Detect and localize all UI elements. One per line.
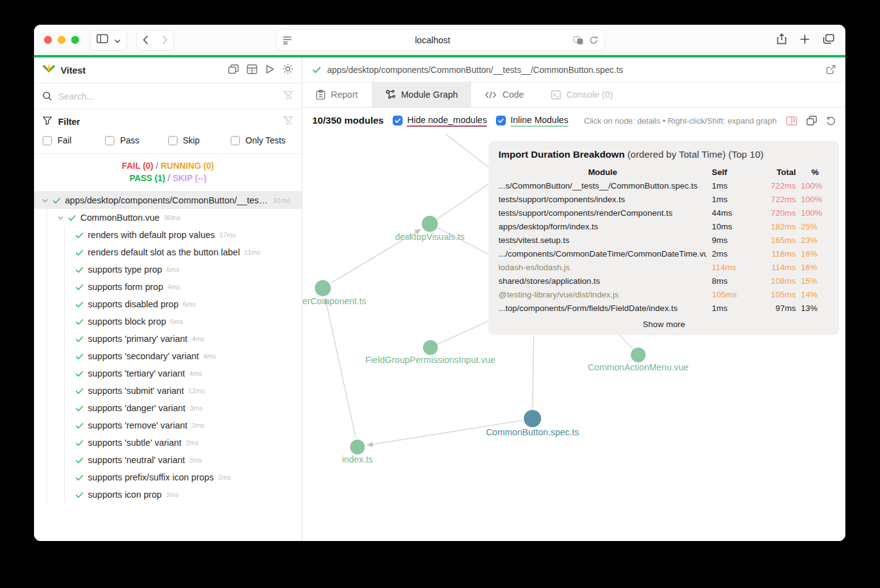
tab-console-0-[interactable]: Console (0) — [537, 82, 626, 107]
test-row[interactable]: supports 'danger' variant3ms — [65, 399, 302, 417]
filter-option-only-tests[interactable]: Only Tests — [231, 135, 293, 145]
report-icon — [316, 90, 325, 100]
test-row[interactable]: supports form prop4ms — [65, 278, 302, 296]
tab-module-graph[interactable]: Module Graph — [372, 82, 472, 107]
maximize-window-button[interactable] — [71, 36, 79, 44]
browser-tab-bar: localhost — [34, 25, 845, 55]
test-row[interactable]: supports 'neutral' variant3ms — [65, 451, 302, 469]
unchecked-checkbox-icon[interactable] — [168, 136, 177, 145]
tab-label: Code — [502, 90, 524, 100]
module-node[interactable] — [315, 280, 331, 296]
inline-modules-toggle[interactable]: Inline Modules — [496, 115, 568, 127]
test-row[interactable]: supports 'secondary' variant4ms — [65, 347, 302, 365]
pass-check-icon — [75, 405, 83, 412]
pass-check-icon — [75, 284, 83, 291]
browser-sidebar-icon[interactable] — [96, 34, 108, 46]
run-summary: FAIL (0) / RUNNING (0) PASS (1) / SKIP (… — [34, 154, 302, 192]
code-icon — [485, 91, 497, 99]
test-row[interactable]: supports 'primary' variant4ms — [65, 330, 302, 347]
module-graph-canvas[interactable]: desktopVisuals.tserComponent.tsFieldGrou… — [302, 134, 845, 541]
self-time: 8ms — [712, 275, 748, 288]
tab-code[interactable]: Code — [471, 82, 537, 107]
back-button[interactable] — [143, 35, 148, 45]
filter-option-pass[interactable]: Pass — [105, 135, 168, 145]
module-node[interactable] — [350, 440, 365, 454]
checked-checkbox-icon[interactable] — [496, 116, 506, 126]
pass-check-icon — [75, 336, 83, 343]
chevron-down-icon[interactable] — [42, 198, 48, 203]
translate-icon[interactable] — [573, 36, 583, 45]
test-label: supports prefix/suffix icon props — [88, 472, 214, 482]
test-row[interactable]: supports 'tertiary' variant4ms — [65, 365, 302, 382]
module-node[interactable] — [631, 347, 646, 362]
share-icon[interactable] — [777, 33, 787, 47]
open-external-icon[interactable] — [826, 65, 835, 74]
reader-view-icon[interactable] — [283, 36, 292, 45]
search-icon — [43, 92, 52, 101]
test-row[interactable]: supports 'submit' variant12ms — [65, 382, 302, 399]
unchecked-checkbox-icon[interactable] — [43, 136, 52, 145]
module-node[interactable] — [524, 410, 541, 427]
clear-filter-icon[interactable] — [283, 116, 293, 127]
minimize-window-button[interactable] — [58, 36, 66, 44]
hide-node-modules-toggle[interactable]: Hide node_modules — [393, 115, 487, 127]
sidebar-toggle-group[interactable] — [90, 30, 127, 50]
breadcrumb: apps/desktop/components/CommonButton/__t… — [327, 65, 623, 75]
inline-modules-label[interactable]: Inline Modules — [510, 115, 568, 127]
test-suite-row[interactable]: CommonButton.vue 90ms — [47, 209, 302, 226]
chevron-down-icon[interactable] — [58, 216, 64, 220]
chevron-down-icon[interactable] — [114, 35, 121, 46]
self-time: 105ms — [712, 288, 748, 302]
pass-check-icon — [75, 422, 83, 429]
test-label: renders default slot as the button label — [88, 247, 240, 257]
dashboard-icon[interactable] — [247, 64, 257, 77]
filter-option-skip[interactable]: Skip — [168, 135, 231, 145]
test-row[interactable]: supports icon prop3ms — [65, 486, 302, 503]
test-row[interactable]: supports prefix/suffix icon props2ms — [65, 469, 302, 486]
reload-icon[interactable] — [589, 36, 598, 45]
tab-overview-icon[interactable] — [823, 34, 834, 46]
run-all-icon[interactable] — [265, 64, 275, 77]
module-node-label[interactable]: desktopVisuals.ts — [395, 232, 465, 242]
checked-checkbox-icon[interactable] — [393, 116, 403, 126]
module-node-label[interactable]: erComponent.ts — [302, 296, 366, 306]
url-text[interactable]: localhost — [292, 35, 573, 45]
test-row[interactable]: supports 'remove' variant3ms — [65, 417, 302, 434]
test-row[interactable]: renders with default prop values17ms — [65, 226, 302, 244]
theme-toggle-sun-icon[interactable] — [283, 64, 293, 77]
nav-buttons — [137, 30, 174, 50]
self-time: 10ms — [712, 220, 748, 234]
new-tab-icon[interactable] — [800, 35, 810, 46]
module-node-label[interactable]: CommonActionMenu.vue — [588, 362, 689, 372]
reset-graph-icon[interactable] — [826, 116, 835, 126]
unchecked-checkbox-icon[interactable] — [231, 136, 240, 145]
module-node[interactable] — [423, 340, 438, 355]
module-node-label[interactable]: index.ts — [342, 454, 373, 464]
test-row[interactable]: renders default slot as the button label… — [65, 244, 302, 261]
search-input[interactable] — [58, 92, 277, 101]
test-row[interactable]: supports disabled prop6ms — [65, 296, 302, 313]
test-time: 2ms — [218, 474, 231, 481]
test-row[interactable]: supports block prop6ms — [65, 313, 302, 330]
tab-label: Module Graph — [401, 90, 458, 100]
tab-report[interactable]: Report — [302, 82, 372, 107]
module-path: tests/support/components/index.ts — [498, 193, 707, 207]
module-node-label[interactable]: CommonButton.spec.ts — [486, 427, 579, 437]
copy-link-icon[interactable] — [806, 116, 817, 126]
module-node-label[interactable]: FieldGroupPermissionsInput.vue — [365, 355, 495, 365]
unchecked-checkbox-icon[interactable] — [105, 136, 114, 145]
hide-node-modules-label[interactable]: Hide node_modules — [407, 115, 487, 127]
show-more-link[interactable]: Show more — [498, 320, 829, 329]
close-window-button[interactable] — [44, 36, 52, 44]
test-file-row[interactable]: apps/desktop/components/CommonButton/__t… — [34, 192, 302, 209]
module-info-book-icon[interactable] — [786, 116, 797, 126]
module-node[interactable] — [422, 216, 438, 232]
filter-option-fail[interactable]: Fail — [43, 135, 105, 145]
test-row[interactable]: supports type prop6ms — [65, 261, 302, 278]
forward-button[interactable] — [162, 35, 168, 45]
test-row[interactable]: supports 'subtle' variant2ms — [65, 434, 302, 451]
clear-search-icon[interactable] — [283, 91, 293, 102]
test-file-label: apps/desktop/components/CommonButton/__t… — [65, 195, 269, 205]
address-bar[interactable]: localhost — [276, 30, 604, 51]
collapse-panels-icon[interactable] — [228, 64, 239, 77]
